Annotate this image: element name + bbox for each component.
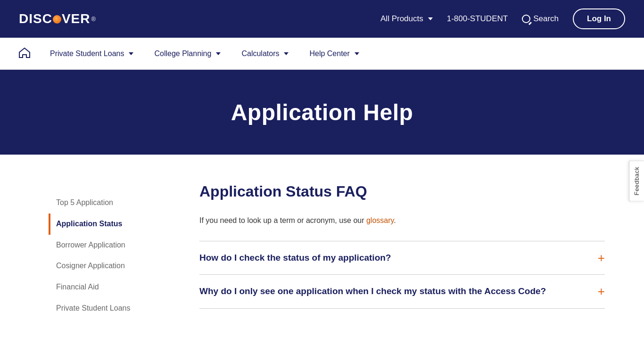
content-area: Application Status FAQ If you need to lo…: [171, 183, 605, 319]
nav-label: Help Center: [309, 49, 349, 58]
logo[interactable]: DISCVER ®: [19, 11, 96, 26]
top-nav-right: All Products 1-800-STUDENT Search Log In: [380, 8, 625, 29]
page-title: Application Help: [231, 99, 413, 125]
expand-icon-2: +: [598, 285, 605, 297]
nav-label: College Planning: [154, 49, 211, 58]
expand-icon-1: +: [598, 252, 605, 264]
logo-text: DISCVER: [19, 11, 90, 26]
section-title: Application Status FAQ: [199, 183, 605, 200]
faq-item-2: Why do I only see one application when I…: [199, 275, 605, 309]
chevron-down-icon: [216, 52, 221, 55]
faq-question-2[interactable]: Why do I only see one application when I…: [199, 275, 605, 308]
intro-paragraph: If you need to look up a term or acronym…: [199, 214, 605, 227]
logo-dot: [53, 15, 61, 24]
search-icon: [522, 15, 530, 23]
faq-question-text-1: How do I check the status of my applicat…: [199, 252, 598, 264]
hero-section: Application Help: [0, 70, 644, 155]
home-link[interactable]: [19, 48, 30, 60]
sidebar-item-financial-aid[interactable]: Financial Aid: [49, 277, 171, 298]
top-navigation: DISCVER ® All Products 1-800-STUDENT Sea…: [0, 0, 644, 38]
sidebar-item-application-status[interactable]: Application Status: [49, 214, 171, 235]
nav-calculators[interactable]: Calculators: [231, 38, 299, 70]
main-content: Top 5 Application Application Status Bor…: [39, 155, 605, 347]
faq-question-1[interactable]: How do I check the status of my applicat…: [199, 241, 605, 275]
chevron-down-icon: [355, 52, 359, 55]
glossary-link[interactable]: glossary: [366, 216, 394, 224]
feedback-tab[interactable]: Feedback: [629, 160, 644, 201]
chevron-down-icon: [129, 52, 133, 55]
login-button[interactable]: Log In: [573, 8, 625, 29]
nav-label: Calculators: [241, 49, 279, 58]
sidebar: Top 5 Application Application Status Bor…: [39, 183, 171, 319]
feedback-label: Feedback: [633, 166, 640, 195]
nav-help-center[interactable]: Help Center: [299, 38, 369, 70]
phone-number[interactable]: 1-800-STUDENT: [447, 14, 508, 24]
sidebar-item-borrower-application[interactable]: Borrower Application: [49, 235, 171, 256]
sub-navigation: Private Student Loans College Planning C…: [0, 38, 644, 70]
chevron-down-icon: [284, 52, 289, 55]
all-products-link[interactable]: All Products: [380, 14, 433, 24]
sidebar-item-cosigner-application[interactable]: Cosigner Application: [49, 255, 171, 277]
home-icon: [19, 48, 30, 58]
search-label: Search: [533, 14, 559, 24]
sidebar-item-top5[interactable]: Top 5 Application: [49, 192, 171, 214]
faq-question-text-2: Why do I only see one application when I…: [199, 285, 598, 298]
chevron-down-icon: [428, 17, 433, 20]
all-products-label: All Products: [380, 14, 423, 24]
nav-label: Private Student Loans: [50, 49, 124, 58]
nav-private-student-loans[interactable]: Private Student Loans: [40, 38, 144, 70]
sidebar-item-private-student-loans[interactable]: Private Student Loans: [49, 298, 171, 319]
faq-item-1: How do I check the status of my applicat…: [199, 241, 605, 275]
nav-college-planning[interactable]: College Planning: [144, 38, 231, 70]
search-button[interactable]: Search: [522, 14, 559, 24]
